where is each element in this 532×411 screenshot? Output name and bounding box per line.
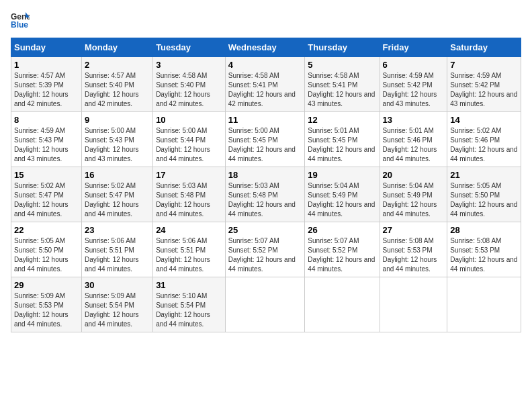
day-number: 7 [450,60,518,70]
calendar-cell [305,277,380,332]
calendar-table: SundayMondayTuesdayWednesdayThursdayFrid… [11,38,521,332]
day-number: 12 [308,115,376,125]
logo-icon: General Blue [11,11,30,30]
calendar-cell: 5Sunrise: 4:58 AMSunset: 5:41 PMDaylight… [305,57,380,112]
calendar-cell: 8Sunrise: 4:59 AMSunset: 5:43 PMDaylight… [11,112,82,167]
day-info: Sunrise: 5:10 AMSunset: 5:54 PMDaylight:… [156,291,222,329]
day-info: Sunrise: 5:06 AMSunset: 5:51 PMDaylight:… [156,236,222,274]
calendar-cell [380,277,447,332]
header-day-saturday: Saturday [447,38,521,57]
calendar-cell: 13Sunrise: 5:01 AMSunset: 5:46 PMDayligh… [380,112,447,167]
calendar-cell: 29Sunrise: 5:09 AMSunset: 5:53 PMDayligh… [11,277,82,332]
day-info: Sunrise: 5:09 AMSunset: 5:54 PMDaylight:… [85,291,150,329]
day-info: Sunrise: 5:00 AMSunset: 5:43 PMDaylight:… [85,126,150,164]
calendar-cell: 15Sunrise: 5:02 AMSunset: 5:47 PMDayligh… [11,167,82,222]
day-number: 25 [228,225,302,235]
calendar-cell: 9Sunrise: 5:00 AMSunset: 5:43 PMDaylight… [81,112,152,167]
day-info: Sunrise: 5:06 AMSunset: 5:51 PMDaylight:… [85,236,150,274]
day-number: 17 [156,170,222,180]
day-info: Sunrise: 5:05 AMSunset: 5:50 PMDaylight:… [14,236,79,274]
day-number: 31 [156,280,222,290]
day-number: 13 [383,115,445,125]
day-number: 19 [308,170,376,180]
day-info: Sunrise: 5:03 AMSunset: 5:48 PMDaylight:… [156,181,222,219]
calendar-cell: 30Sunrise: 5:09 AMSunset: 5:54 PMDayligh… [81,277,152,332]
day-info: Sunrise: 5:04 AMSunset: 5:49 PMDaylight:… [308,181,376,219]
day-number: 23 [85,225,150,235]
calendar-cell: 22Sunrise: 5:05 AMSunset: 5:50 PMDayligh… [11,222,82,277]
day-info: Sunrise: 5:05 AMSunset: 5:50 PMDaylight:… [450,181,518,219]
day-number: 24 [156,225,222,235]
day-info: Sunrise: 4:58 AMSunset: 5:41 PMDaylight:… [308,71,376,109]
header-day-sunday: Sunday [11,38,82,57]
day-info: Sunrise: 5:09 AMSunset: 5:53 PMDaylight:… [14,291,79,329]
calendar-cell: 28Sunrise: 5:08 AMSunset: 5:53 PMDayligh… [447,222,521,277]
calendar-cell: 31Sunrise: 5:10 AMSunset: 5:54 PMDayligh… [153,277,226,332]
day-info: Sunrise: 5:00 AMSunset: 5:45 PMDaylight:… [228,126,302,164]
logo: General Blue [11,11,30,30]
week-row-3: 15Sunrise: 5:02 AMSunset: 5:47 PMDayligh… [11,167,521,222]
calendar-cell: 17Sunrise: 5:03 AMSunset: 5:48 PMDayligh… [153,167,226,222]
calendar-cell: 16Sunrise: 5:02 AMSunset: 5:47 PMDayligh… [81,167,152,222]
day-number: 2 [85,60,150,70]
day-info: Sunrise: 5:02 AMSunset: 5:47 PMDaylight:… [85,181,150,219]
day-number: 22 [14,225,79,235]
calendar-cell: 23Sunrise: 5:06 AMSunset: 5:51 PMDayligh… [81,222,152,277]
calendar-cell [225,277,305,332]
day-info: Sunrise: 5:01 AMSunset: 5:46 PMDaylight:… [383,126,445,164]
day-info: Sunrise: 4:58 AMSunset: 5:41 PMDaylight:… [228,71,302,109]
day-number: 30 [85,280,150,290]
day-number: 8 [14,115,79,125]
day-number: 1 [14,60,79,70]
day-number: 11 [228,115,302,125]
day-info: Sunrise: 4:57 AMSunset: 5:39 PMDaylight:… [14,71,79,109]
svg-text:Blue: Blue [11,20,28,30]
day-info: Sunrise: 4:57 AMSunset: 5:40 PMDaylight:… [85,71,150,109]
day-info: Sunrise: 5:03 AMSunset: 5:48 PMDaylight:… [228,181,302,219]
calendar-cell: 19Sunrise: 5:04 AMSunset: 5:49 PMDayligh… [305,167,380,222]
day-number: 10 [156,115,222,125]
header-day-monday: Monday [81,38,152,57]
day-number: 20 [383,170,445,180]
page-header: General Blue [11,11,521,30]
calendar-cell: 6Sunrise: 4:59 AMSunset: 5:42 PMDaylight… [380,57,447,112]
header-row: SundayMondayTuesdayWednesdayThursdayFrid… [11,38,521,57]
calendar-cell: 7Sunrise: 4:59 AMSunset: 5:42 PMDaylight… [447,57,521,112]
day-number: 4 [228,60,302,70]
day-number: 18 [228,170,302,180]
week-row-4: 22Sunrise: 5:05 AMSunset: 5:50 PMDayligh… [11,222,521,277]
day-number: 15 [14,170,79,180]
calendar-cell: 21Sunrise: 5:05 AMSunset: 5:50 PMDayligh… [447,167,521,222]
week-row-1: 1Sunrise: 4:57 AMSunset: 5:39 PMDaylight… [11,57,521,112]
calendar-cell: 27Sunrise: 5:08 AMSunset: 5:53 PMDayligh… [380,222,447,277]
day-info: Sunrise: 5:08 AMSunset: 5:53 PMDaylight:… [450,236,518,274]
calendar-cell: 2Sunrise: 4:57 AMSunset: 5:40 PMDaylight… [81,57,152,112]
week-row-2: 8Sunrise: 4:59 AMSunset: 5:43 PMDaylight… [11,112,521,167]
day-info: Sunrise: 5:08 AMSunset: 5:53 PMDaylight:… [383,236,445,274]
calendar-cell: 4Sunrise: 4:58 AMSunset: 5:41 PMDaylight… [225,57,305,112]
header-day-thursday: Thursday [305,38,380,57]
day-info: Sunrise: 5:02 AMSunset: 5:47 PMDaylight:… [14,181,79,219]
day-number: 6 [383,60,445,70]
day-number: 21 [450,170,518,180]
calendar-cell: 11Sunrise: 5:00 AMSunset: 5:45 PMDayligh… [225,112,305,167]
day-number: 27 [383,225,445,235]
calendar-cell: 18Sunrise: 5:03 AMSunset: 5:48 PMDayligh… [225,167,305,222]
calendar-cell: 3Sunrise: 4:58 AMSunset: 5:40 PMDaylight… [153,57,226,112]
calendar-cell: 25Sunrise: 5:07 AMSunset: 5:52 PMDayligh… [225,222,305,277]
day-number: 3 [156,60,222,70]
calendar-cell: 14Sunrise: 5:02 AMSunset: 5:46 PMDayligh… [447,112,521,167]
day-info: Sunrise: 5:01 AMSunset: 5:45 PMDaylight:… [308,126,376,164]
day-info: Sunrise: 5:04 AMSunset: 5:49 PMDaylight:… [383,181,445,219]
day-info: Sunrise: 4:59 AMSunset: 5:42 PMDaylight:… [383,71,445,109]
day-number: 5 [308,60,376,70]
calendar-cell: 24Sunrise: 5:06 AMSunset: 5:51 PMDayligh… [153,222,226,277]
day-number: 16 [85,170,150,180]
day-info: Sunrise: 4:59 AMSunset: 5:43 PMDaylight:… [14,126,79,164]
day-info: Sunrise: 5:07 AMSunset: 5:52 PMDaylight:… [228,236,302,274]
calendar-cell: 20Sunrise: 5:04 AMSunset: 5:49 PMDayligh… [380,167,447,222]
day-info: Sunrise: 5:02 AMSunset: 5:46 PMDaylight:… [450,126,518,164]
day-info: Sunrise: 5:07 AMSunset: 5:52 PMDaylight:… [308,236,376,274]
header-day-wednesday: Wednesday [225,38,305,57]
day-info: Sunrise: 5:00 AMSunset: 5:44 PMDaylight:… [156,126,222,164]
